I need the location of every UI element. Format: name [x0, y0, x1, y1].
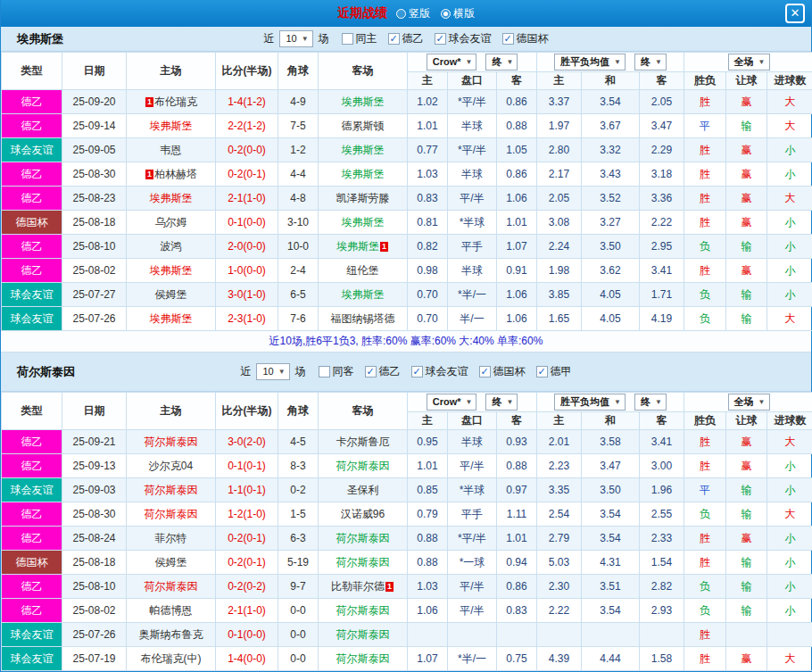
avg-away: 1.54 [640, 551, 684, 575]
home-team-cell[interactable]: 帕德博恩 [127, 599, 216, 623]
avg-select[interactable]: 胜平负均值▼ [554, 394, 626, 411]
away-team-cell[interactable]: 汉诺威96 [319, 502, 408, 527]
home-odds: 0.70 [408, 307, 448, 331]
fulltime-select[interactable]: 全场▼ [728, 394, 770, 411]
away-team-cell[interactable]: 卡尔斯鲁厄 [319, 430, 408, 454]
avg-final-select[interactable]: 终▼ [634, 394, 667, 411]
score-cell[interactable]: 2-1(1-0) [216, 599, 278, 623]
score-cell[interactable]: 1-1(0-1) [216, 478, 278, 502]
score-cell[interactable]: 0-2(0-2) [216, 575, 278, 599]
handicap-result: 输 [726, 599, 767, 623]
away-team-cell[interactable]: 荷尔斯泰因 [319, 647, 408, 671]
score-cell[interactable]: 1-4(1-2) [216, 90, 278, 114]
home-team-cell[interactable]: 乌尔姆 [127, 211, 216, 235]
away-team-cell[interactable]: 埃弗斯堡 [319, 90, 408, 114]
odds-final-select[interactable]: 终▼ [485, 54, 518, 71]
filter-checkbox[interactable]: ✓ 德乙 [365, 364, 401, 379]
filter-checkbox[interactable]: ✓ 德国杯 [479, 364, 526, 379]
score-cell[interactable]: 1-4(0-0) [216, 647, 278, 671]
away-team-cell[interactable]: 埃弗斯堡 [319, 138, 408, 162]
filter-checkbox[interactable]: ✓ 球会友谊 [411, 364, 468, 379]
home-team-cell[interactable]: 埃弗斯堡 [127, 114, 216, 138]
home-team-cell[interactable]: 1柏林赫塔 [127, 162, 216, 187]
home-team-cell[interactable]: 侯姆堡 [127, 283, 216, 307]
away-team-cell[interactable]: 福图纳锡塔德 [319, 307, 408, 331]
filter-checkbox[interactable]: ✓ 德甲 [536, 364, 572, 379]
chevron-down-icon: ▼ [465, 395, 472, 409]
recent-count-select[interactable]: 10▼ [279, 30, 312, 47]
home-team-cell[interactable]: 韦恩 [127, 138, 216, 162]
filter-checkbox[interactable]: ✓ 德国杯 [502, 31, 549, 46]
avg-draw: 3.58 [582, 430, 640, 454]
wdl-result: 胜 [684, 187, 726, 211]
col-score: 比分(半场) [216, 53, 278, 90]
avg-home: 3.08 [537, 211, 582, 235]
score-cell[interactable]: 0-1(0-0) [216, 623, 278, 647]
home-team-cell[interactable]: 波鸿 [127, 235, 216, 259]
avg-final-select[interactable]: 终▼ [634, 54, 667, 71]
score-cell[interactable]: 0-1(0-1) [216, 454, 278, 478]
score-cell[interactable]: 0-2(0-1) [216, 551, 278, 575]
home-odds: 0.98 [408, 259, 448, 283]
away-team-cell[interactable]: 比勒菲尔德1 [319, 575, 408, 599]
home-team-cell[interactable]: 1布伦瑞克 [127, 90, 216, 114]
handicap-result: 赢 [726, 90, 767, 114]
filter-checkbox[interactable]: ✓ 球会友谊 [435, 31, 492, 46]
filter-checkbox[interactable]: 同主 [342, 31, 377, 46]
score-cell[interactable]: 2-0(0-0) [216, 235, 278, 259]
away-team-cell[interactable]: 圣保利 [319, 478, 408, 502]
score-cell[interactable]: 1-2(1-0) [216, 502, 278, 527]
avg-away: 2.22 [640, 211, 684, 235]
home-team-cell[interactable]: 荷尔斯泰因 [127, 430, 216, 454]
away-team-cell[interactable]: 荷尔斯泰因 [319, 599, 408, 623]
filter-checkbox[interactable]: 同客 [319, 364, 354, 379]
avg-select[interactable]: 胜平负均值▼ [554, 54, 626, 71]
score-cell[interactable]: 2-3(1-0) [216, 307, 278, 331]
score-cell[interactable]: 0-1(0-0) [216, 211, 278, 235]
close-icon[interactable]: ✕ [785, 4, 805, 23]
corners-cell: 4-9 [278, 90, 319, 114]
score-cell[interactable]: 2-1(1-0) [216, 187, 278, 211]
home-team-cell[interactable]: 埃弗斯堡 [127, 187, 216, 211]
away-team-cell[interactable]: 凯泽斯劳滕 [319, 187, 408, 211]
home-team-cell[interactable]: 埃弗斯堡 [127, 307, 216, 331]
away-team-cell[interactable]: 埃弗斯堡 [319, 162, 408, 187]
score-cell[interactable]: 2-2(1-2) [216, 114, 278, 138]
away-team-cell[interactable]: 埃弗斯堡1 [319, 235, 408, 259]
away-team-cell[interactable]: 纽伦堡 [319, 259, 408, 283]
home-team-cell[interactable]: 菲尔特 [127, 527, 216, 551]
fulltime-select[interactable]: 全场▼ [728, 54, 770, 71]
layout-radio[interactable]: 横版 [441, 6, 475, 21]
home-team-cell[interactable]: 荷尔斯泰因 [127, 478, 216, 502]
layout-radio[interactable]: 竖版 [396, 6, 430, 21]
away-team-cell[interactable]: 德累斯顿 [319, 114, 408, 138]
score-cell[interactable]: 3-0(1-0) [216, 283, 278, 307]
odds-company-select[interactable]: Crow*▼ [427, 54, 477, 71]
handicap-result: 输 [726, 114, 767, 138]
odds-company-select[interactable]: Crow*▼ [427, 394, 477, 411]
home-team-cell[interactable]: 布伦瑞克(中) [127, 647, 216, 671]
away-team-cell[interactable]: 荷尔斯泰因 [319, 551, 408, 575]
home-team-cell[interactable]: 荷尔斯泰因 [127, 575, 216, 599]
corners-cell: 4-5 [278, 430, 319, 454]
away-team-cell[interactable]: 荷尔斯泰因 [319, 527, 408, 551]
avg-home: 4.39 [537, 647, 582, 671]
score-cell[interactable]: 0-2(0-1) [216, 162, 278, 187]
filter-checkbox[interactable]: ✓ 德乙 [388, 31, 424, 46]
home-team-cell[interactable]: 荷尔斯泰因 [127, 502, 216, 527]
away-team-cell[interactable]: 埃弗斯堡 [319, 283, 408, 307]
away-team-cell[interactable]: 埃弗斯堡 [319, 211, 408, 235]
away-odds [497, 623, 537, 647]
score-cell[interactable]: 1-0(0-0) [216, 259, 278, 283]
away-team-cell[interactable]: 荷尔斯泰因 [319, 623, 408, 647]
home-team-cell[interactable]: 侯姆堡 [127, 551, 216, 575]
recent-count-select[interactable]: 10▼ [256, 363, 289, 380]
odds-final-select[interactable]: 终▼ [485, 394, 518, 411]
home-team-cell[interactable]: 沙尔克04 [127, 454, 216, 478]
score-cell[interactable]: 0-2(0-1) [216, 527, 278, 551]
away-team-cell[interactable]: 荷尔斯泰因 [319, 454, 408, 478]
score-cell[interactable]: 3-0(2-0) [216, 430, 278, 454]
home-team-cell[interactable]: 奥斯纳布鲁克 [127, 623, 216, 647]
home-team-cell[interactable]: 埃弗斯堡 [127, 259, 216, 283]
score-cell[interactable]: 0-2(0-0) [216, 138, 278, 162]
